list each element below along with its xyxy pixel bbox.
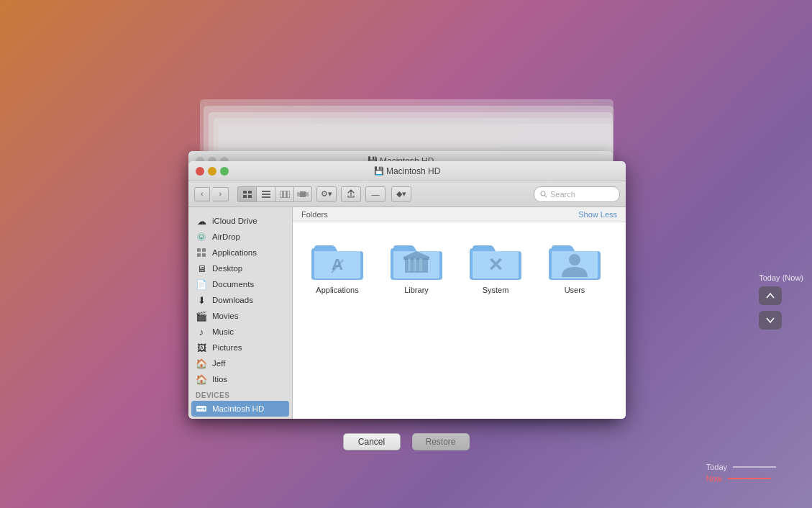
svg-point-34	[569, 254, 580, 266]
sidebar-item-music[interactable]: ♪ Music	[188, 324, 292, 340]
sidebar-label-macintosh-hd: Macintosh HD	[212, 404, 264, 413]
sidebar-item-applications[interactable]: Applications	[188, 245, 292, 260]
sidebar-item-macintosh-hd[interactable]: Macintosh HD	[191, 401, 289, 417]
svg-rect-12	[306, 192, 309, 196]
minimize-button[interactable]	[208, 167, 216, 176]
svg-rect-29	[408, 258, 411, 271]
folder-grid: A Applications	[293, 222, 626, 310]
sidebar-item-airdrop[interactable]: AirDrop	[188, 229, 292, 245]
pictures-icon: 🖼	[196, 342, 207, 353]
today-now-label: Today (Now)	[759, 273, 803, 282]
svg-rect-4	[262, 191, 270, 192]
maximize-button[interactable]	[220, 167, 229, 176]
view-icon-button[interactable]	[237, 186, 256, 202]
sidebar-label-documents: Documents	[212, 280, 254, 289]
svg-rect-8	[283, 191, 286, 198]
devices-section-label: Devices	[188, 387, 292, 401]
sidebar-label-music: Music	[212, 327, 234, 336]
svg-text:✕: ✕	[488, 254, 503, 276]
view-switcher	[237, 186, 312, 202]
sidebar-label-movies: Movies	[212, 312, 238, 320]
svg-rect-5	[262, 194, 270, 195]
sidebar-label-applications: Applications	[212, 248, 257, 257]
svg-rect-10	[300, 191, 306, 197]
show-less-link[interactable]: Show Less	[578, 210, 617, 219]
svg-rect-11	[297, 192, 300, 196]
svg-rect-18	[197, 248, 201, 252]
users-folder-label: Users	[565, 286, 585, 294]
dropbox-button[interactable]: ◆▾	[391, 186, 411, 202]
forward-button[interactable]: ›	[213, 187, 229, 201]
cancel-button[interactable]: Cancel	[343, 433, 401, 450]
music-icon: ♪	[196, 326, 207, 337]
airdrop-icon	[196, 231, 207, 242]
action-button[interactable]: ⚙▾	[316, 186, 337, 202]
today-bar	[733, 466, 776, 468]
folder-library[interactable]: Library	[380, 234, 452, 299]
timeline: Today Now	[706, 463, 776, 483]
sidebar-item-jeff[interactable]: 🏠 Jeff	[188, 355, 292, 371]
sidebar-item-itios[interactable]: 🏠 Itios	[188, 371, 292, 387]
svg-rect-0	[243, 191, 247, 194]
back-button[interactable]: ‹	[194, 187, 210, 201]
system-folder-icon: ✕	[470, 238, 521, 281]
window-body: ☁ iCloud Drive AirDrop Applications 🖥 De…	[188, 207, 626, 419]
main-finder-window: 💾 Macintosh HD ‹ › ⚙▾ — ◆▾	[188, 161, 626, 419]
close-button[interactable]	[196, 167, 204, 176]
svg-rect-1	[248, 191, 252, 194]
tag-button[interactable]: —	[365, 186, 386, 202]
svg-rect-30	[414, 258, 416, 271]
svg-point-23	[204, 408, 206, 410]
sidebar: ☁ iCloud Drive AirDrop Applications 🖥 De…	[188, 207, 293, 419]
svg-rect-20	[197, 253, 201, 257]
folders-label: Folders	[301, 210, 328, 219]
bottom-buttons: Cancel Restore	[343, 433, 470, 450]
svg-point-16	[198, 233, 206, 241]
notif-down-button[interactable]	[759, 311, 782, 330]
folder-system[interactable]: ✕ System	[460, 234, 532, 299]
sidebar-item-desktop[interactable]: 🖥 Desktop	[188, 260, 292, 276]
applications-icon	[196, 247, 207, 258]
svg-rect-6	[262, 196, 270, 198]
restore-button[interactable]: Restore	[412, 433, 470, 450]
view-coverflow-button[interactable]	[293, 186, 312, 202]
now-bar	[728, 478, 771, 479]
documents-icon: 📄	[196, 278, 207, 290]
search-placeholder: Search	[550, 190, 575, 199]
folder-users[interactable]: Users	[539, 234, 611, 299]
toolbar: ‹ › ⚙▾ — ◆▾ Search	[188, 181, 626, 207]
content-area: Folders Show Less A	[293, 207, 626, 419]
folders-header: Folders Show Less	[293, 207, 626, 222]
svg-rect-9	[287, 191, 290, 198]
svg-rect-3	[248, 195, 252, 198]
library-folder-label: Library	[404, 286, 429, 294]
sidebar-item-icloud[interactable]: ☁ iCloud Drive	[188, 213, 292, 229]
svg-rect-19	[202, 248, 206, 252]
share-button[interactable]	[341, 186, 361, 202]
view-column-button[interactable]	[275, 186, 293, 202]
notif-up-button[interactable]	[759, 286, 782, 305]
sidebar-label-itios: Itios	[212, 375, 227, 384]
library-folder-icon	[391, 238, 442, 281]
svg-rect-21	[202, 253, 206, 257]
sidebar-item-jeffs-macbook[interactable]: 💻 Jeff's MacBook Pr...	[188, 417, 292, 419]
users-folder-icon	[549, 238, 601, 281]
system-folder-label: System	[483, 286, 509, 294]
itios-icon: 🏠	[196, 373, 207, 385]
notification-panel: Today (Now)	[759, 273, 803, 330]
sidebar-item-movies[interactable]: 🎬 Movies	[188, 308, 292, 324]
sidebar-item-documents[interactable]: 📄 Documents	[188, 276, 292, 292]
applications-folder-icon: A	[311, 238, 363, 281]
folder-applications[interactable]: A Applications	[301, 234, 373, 299]
hd-icon	[196, 403, 207, 414]
search-input[interactable]: Search	[534, 186, 620, 202]
svg-rect-7	[280, 191, 283, 198]
icloud-icon: ☁	[196, 215, 207, 227]
sidebar-label-desktop: Desktop	[212, 264, 242, 273]
desktop-icon: 🖥	[196, 263, 207, 274]
sidebar-item-downloads[interactable]: ⬇ Downloads	[188, 292, 292, 308]
view-list-button[interactable]	[256, 186, 275, 202]
svg-rect-2	[243, 195, 247, 198]
window-title: Macintosh HD	[386, 166, 440, 176]
sidebar-item-pictures[interactable]: 🖼 Pictures	[188, 340, 292, 355]
